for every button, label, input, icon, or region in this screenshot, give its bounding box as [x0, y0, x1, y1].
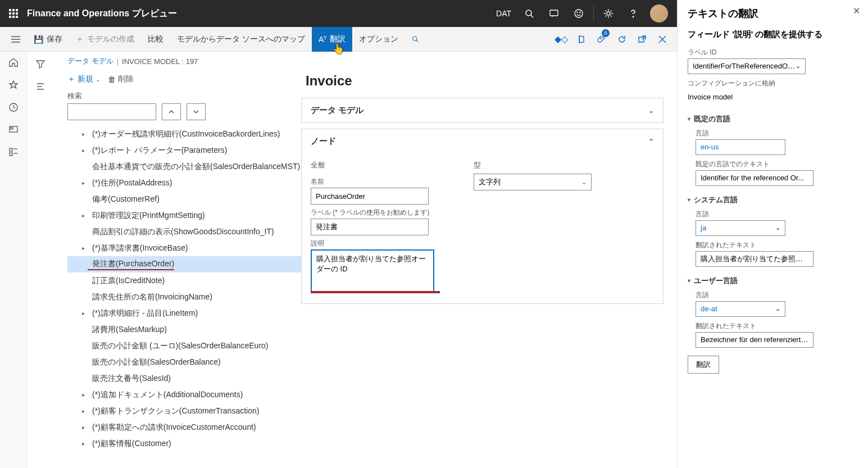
tree-caret-icon[interactable]: ▸	[79, 392, 88, 398]
star-icon[interactable]	[7, 80, 20, 90]
smile-icon[interactable]	[566, 0, 591, 27]
office-icon[interactable]	[571, 27, 592, 52]
help-icon[interactable]	[621, 0, 646, 27]
tree-caret-icon[interactable]: ▸	[79, 180, 88, 186]
tree-item[interactable]: ▸(*)オーダー残請求明細行(CustInvoiceBackorderLines…	[67, 126, 301, 142]
badge-count: 0	[602, 29, 610, 37]
create-model-label: モデルの作成	[87, 34, 134, 44]
label-field[interactable]	[311, 219, 429, 235]
tree-caret-icon[interactable]: ▸	[79, 131, 88, 137]
main-heading: Invoice	[306, 73, 664, 89]
svg-rect-3	[9, 12, 11, 15]
waffle-icon[interactable]	[4, 4, 22, 22]
desc-field[interactable]: 購入担当者が割り当てた参照オーダーの ID	[311, 249, 434, 292]
menu-toggle[interactable]	[4, 27, 27, 52]
create-model-button[interactable]: ＋モデルの作成	[69, 27, 141, 52]
breadcrumb-link[interactable]: データ モデル	[67, 56, 113, 66]
tree-item-label: 商品割引の詳細の表示(ShowGoodsDiscountInfo_IT)	[88, 227, 274, 237]
align-icon[interactable]	[31, 78, 49, 96]
tree-item[interactable]: ▸(*)レポート パラメーター(Parameters)	[67, 142, 301, 158]
system-lang-field[interactable]: ja⌄	[696, 220, 785, 236]
home-icon[interactable]	[7, 57, 20, 67]
actionbar: 💾保存 ＋モデルの作成 比較 モデルからデータ ソースへのマップ Aᵀ翻訳 👆 …	[0, 27, 677, 52]
tree-caret-icon[interactable]: ▸	[79, 310, 88, 316]
name-field[interactable]	[311, 188, 429, 205]
tree-item-label: 訂正票(IsCreditNote)	[88, 276, 165, 286]
panel-close-icon[interactable]: ✕	[853, 6, 860, 16]
tree-item[interactable]: 販売注文番号(SalesId)	[67, 370, 301, 387]
tree-caret-icon[interactable]: ▸	[79, 245, 88, 251]
options-button[interactable]: オプション	[352, 27, 405, 52]
filter-icon[interactable]	[31, 55, 49, 73]
app-title: Finance and Operations プレビュー	[27, 8, 177, 20]
tree-item[interactable]: ▸(*)顧客情報(Customer)	[67, 435, 301, 452]
translate-button[interactable]: Aᵀ翻訳 👆	[312, 27, 352, 52]
attachments-icon[interactable]: 0	[592, 27, 612, 52]
refresh-icon[interactable]	[612, 27, 632, 52]
tree-caret-icon[interactable]: ▸	[79, 424, 88, 430]
tree-item[interactable]: 発注書(PurchaseOrder)	[67, 256, 301, 272]
save-button[interactable]: 💾保存	[27, 27, 69, 52]
modules-icon[interactable]	[7, 147, 20, 157]
default-lang-field[interactable]: en-us	[696, 139, 785, 155]
tree-item[interactable]: 販売の小計金額(SalesOrderBalance)	[67, 354, 301, 370]
map-sources-button[interactable]: モデルからデータ ソースへのマップ	[170, 27, 312, 52]
search-input[interactable]	[67, 103, 156, 120]
tree-item[interactable]: ▸(*)基準請求書(InvoiceBase)	[67, 240, 301, 256]
gear-icon[interactable]	[596, 0, 621, 27]
avatar[interactable]	[650, 4, 668, 22]
tree-item[interactable]: 諸費用(SalesMarkup)	[67, 321, 301, 338]
tree-item[interactable]: ▸印刷管理設定(PrintMgmtSetting)	[67, 207, 301, 224]
svg-point-14	[577, 12, 578, 12]
tree-item[interactable]: 会社基本通貨での販売の小計金額(SalesOrderBalanceMST)	[67, 158, 301, 175]
breadcrumb: データ モデル | INVOICE MODEL : 197	[54, 52, 677, 71]
tree-caret-icon[interactable]: ▸	[79, 408, 88, 414]
user-lang-field[interactable]: de-at⌄	[696, 301, 785, 317]
new-button[interactable]: ＋新規⌄	[67, 74, 100, 84]
group-system-lang[interactable]: システム言語	[688, 195, 858, 205]
delete-button[interactable]: 🗑削除	[108, 74, 134, 84]
tree-item[interactable]: 販売の小計金額 (ユーロ)(SalesOrderBalanceEuro)	[67, 338, 301, 354]
tree-caret-icon[interactable]: ▸	[79, 440, 88, 447]
section-datamodel-header[interactable]: データ モデル ⌄	[302, 98, 663, 122]
tree-item[interactable]: 訂正票(IsCreditNote)	[67, 272, 301, 289]
chevron-down-icon: ⌄	[796, 62, 801, 70]
labelid-field[interactable]: IdentifierForTheReferencedOr...⌄	[688, 58, 806, 74]
popout-icon[interactable]	[632, 27, 652, 52]
clock-icon[interactable]	[7, 102, 20, 112]
chat-icon[interactable]	[542, 0, 566, 27]
tree-item[interactable]: ▸(*)請求明細行 - 品目(LineItem)	[67, 305, 301, 321]
tree-item-label: 販売注文番号(SalesId)	[88, 374, 171, 384]
tree-item[interactable]: 備考(CustomerRef)	[67, 191, 301, 207]
user-text-field[interactable]: Bezeichner für den referenzierte...	[696, 332, 814, 348]
type-select[interactable]: 文字列 ⌄	[474, 174, 592, 190]
tree[interactable]: ▸(*)オーダー残請求明細行(CustInvoiceBackorderLines…	[67, 126, 301, 468]
nav-up-button[interactable]	[162, 103, 181, 120]
group-default-lang[interactable]: 既定の言語	[688, 114, 858, 124]
tree-item[interactable]: 商品割引の詳細の表示(ShowGoodsDiscountInfo_IT)	[67, 224, 301, 240]
group-user-lang[interactable]: ユーザー言語	[688, 276, 858, 286]
diamond-icon[interactable]: ◆◇	[551, 27, 571, 52]
section-node-header[interactable]: ノード ⌃	[302, 129, 663, 153]
nav-down-button[interactable]	[187, 103, 206, 120]
translation-panel: ✕ テキストの翻訳 フィールド '説明' の翻訳を提供する ラベル ID Ide…	[677, 0, 868, 468]
default-text-field[interactable]: Identifier for the referenced Or...	[696, 170, 814, 186]
company-code[interactable]: DAT	[496, 9, 511, 18]
workspace-icon[interactable]	[7, 125, 20, 135]
search-icon[interactable]	[517, 0, 542, 27]
tree-caret-icon[interactable]: ▸	[79, 147, 88, 153]
tree-item[interactable]: ▸(*)顧客トランザクション(CustomerTransaction)	[67, 403, 301, 419]
tree-item[interactable]: 請求先住所の名前(InvoicingName)	[67, 289, 301, 305]
system-text-field[interactable]: 購入担当者が割り当てた参照オ...	[696, 251, 814, 267]
translate-action-button[interactable]: 翻訳	[688, 356, 719, 374]
actionbar-search-icon[interactable]	[405, 27, 425, 52]
svg-line-10	[531, 15, 533, 17]
tree-item[interactable]: ▸(*)追加ドキュメント(AdditionalDocuments)	[67, 387, 301, 403]
tree-item[interactable]: ▸(*)住所(PostalAddress)	[67, 175, 301, 191]
tree-caret-icon[interactable]: ▸	[79, 212, 88, 219]
close-icon[interactable]	[652, 27, 672, 52]
compare-button[interactable]: 比較	[141, 27, 170, 52]
svg-point-15	[580, 12, 580, 12]
general-group-label: 全般	[311, 160, 440, 170]
tree-item[interactable]: ▸(*)顧客勘定への請求(InvoiceCustomerAccount)	[67, 419, 301, 435]
